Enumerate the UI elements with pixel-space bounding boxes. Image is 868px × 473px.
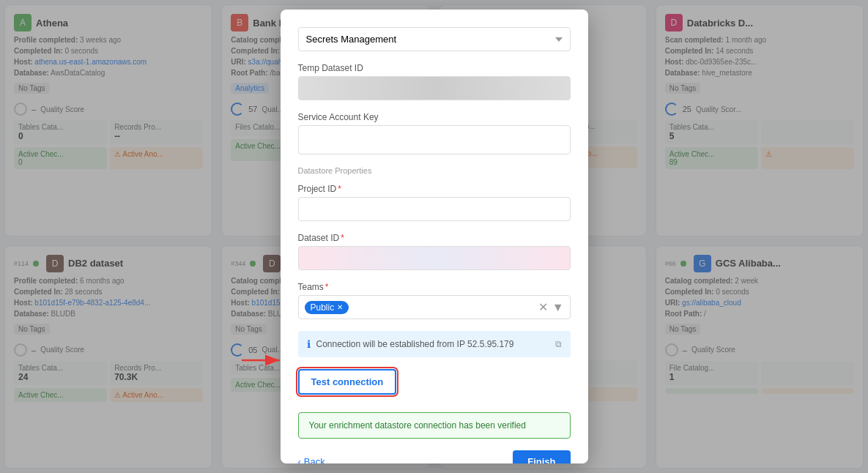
modal-footer: ‹ Back Finish [298, 450, 571, 463]
clear-teams-icon[interactable]: ✕ [538, 300, 548, 314]
dataset-id-field: Dataset ID* [298, 233, 571, 270]
teams-dropdown-icon[interactable]: ▼ [552, 301, 564, 314]
modal-dialog: Secrets Management Temp Dataset ID Servi… [281, 10, 588, 463]
auth-method-select[interactable]: Secrets Management [298, 27, 571, 51]
teams-field: Teams* Public ✕ ✕ ▼ [298, 282, 571, 319]
temp-dataset-id-label: Temp Dataset ID [298, 63, 571, 73]
public-team-tag[interactable]: Public ✕ [305, 301, 349, 314]
copy-ip-icon[interactable]: ⧉ [555, 339, 562, 349]
temp-dataset-id-input[interactable] [298, 76, 571, 100]
success-message: Your enrichment datastore connection has… [298, 412, 571, 439]
dataset-id-label: Dataset ID* [298, 233, 571, 243]
service-account-key-input[interactable] [298, 125, 571, 154]
auth-method-field: Secrets Management [298, 27, 571, 51]
finish-button[interactable]: Finish [513, 450, 570, 463]
back-chevron-icon: ‹ [298, 456, 301, 463]
ip-info-bar: ℹ Connection will be established from IP… [298, 331, 571, 357]
service-account-key-label: Service Account Key [298, 112, 571, 122]
project-id-field: Project ID* [298, 184, 571, 221]
datastore-properties-label: Datastore Properties [298, 166, 571, 175]
teams-input-container[interactable]: Public ✕ ✕ ▼ [298, 295, 571, 319]
teams-label: Teams* [298, 282, 571, 292]
project-id-input[interactable] [298, 197, 571, 221]
info-icon: ℹ [307, 338, 311, 350]
temp-dataset-id-field: Temp Dataset ID [298, 63, 571, 100]
test-connection-button[interactable]: Test connection [298, 369, 397, 395]
project-id-label: Project ID* [298, 184, 571, 194]
modal-overlay: Secrets Management Temp Dataset ID Servi… [0, 0, 868, 473]
back-button[interactable]: ‹ Back [298, 456, 325, 463]
dataset-id-input[interactable] [298, 246, 571, 270]
service-account-key-field: Service Account Key [298, 112, 571, 154]
remove-public-tag[interactable]: ✕ [337, 303, 343, 311]
arrow-indicator [242, 350, 286, 370]
